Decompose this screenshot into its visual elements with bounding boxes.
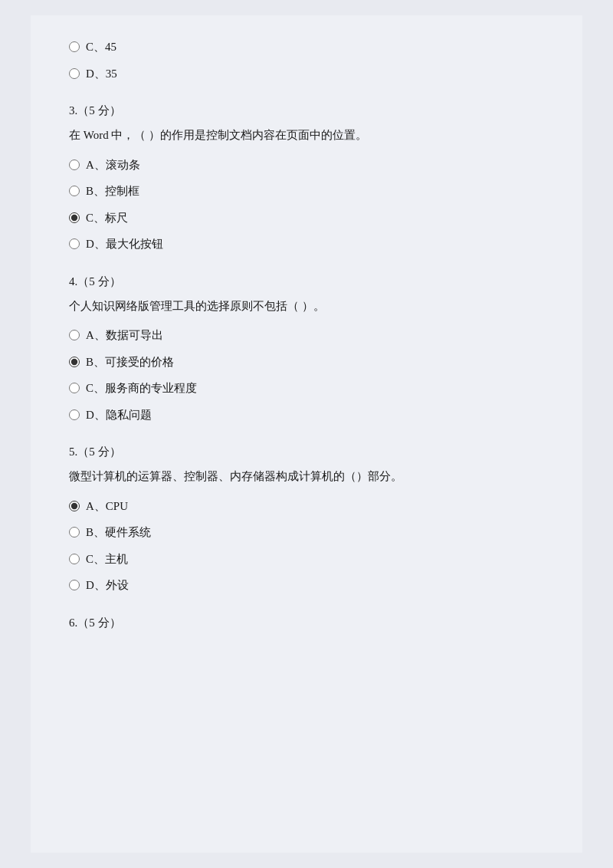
option-label: A、滚动条 xyxy=(86,156,140,174)
option-radio-q5d[interactable] xyxy=(69,580,80,590)
question-text: 个人知识网络版管理工具的选择原则不包括（ ）。 xyxy=(69,297,544,317)
question-text: 微型计算机的运算器、控制器、内存储器构成计算机的（）部分。 xyxy=(69,467,544,487)
option-radio-q3a[interactable] xyxy=(69,159,80,170)
option-label: A、CPU xyxy=(86,498,128,515)
option-radio-q3d[interactable] xyxy=(69,238,80,249)
list-item: C、标尺 xyxy=(69,209,544,227)
list-item: A、CPU xyxy=(69,498,544,515)
list-item: B、硬件系统 xyxy=(69,524,544,541)
option-radio-q4a[interactable] xyxy=(69,330,80,340)
question-number: 6.（5 分） xyxy=(69,616,544,630)
question-block-4: 4.（5 分） 个人知识网络版管理工具的选择原则不包括（ ）。 A、数据可导出 … xyxy=(69,275,544,424)
option-label: D、隐私问题 xyxy=(86,406,152,424)
question-block-3: 3.（5 分） 在 Word 中，（ ）的作用是控制文档内容在页面中的位置。 A… xyxy=(69,104,544,253)
option-radio-d35[interactable] xyxy=(69,68,80,79)
option-label: D、35 xyxy=(86,65,117,83)
option-label: B、硬件系统 xyxy=(86,524,151,541)
option-label: B、可接受的价格 xyxy=(86,353,174,371)
question-number: 3.（5 分） xyxy=(69,104,544,118)
option-radio-c45[interactable] xyxy=(69,41,80,52)
option-label: C、主机 xyxy=(86,551,128,568)
list-item: A、滚动条 xyxy=(69,156,544,174)
option-radio-q3b[interactable] xyxy=(69,186,80,196)
option-radio-q4c[interactable] xyxy=(69,383,80,393)
question-block-6: 6.（5 分） xyxy=(69,616,544,630)
question-text: 在 Word 中，（ ）的作用是控制文档内容在页面中的位置。 xyxy=(69,126,544,146)
option-label: D、外设 xyxy=(86,577,129,594)
list-item: C、主机 xyxy=(69,551,544,568)
question-block-5: 5.（5 分） 微型计算机的运算器、控制器、内存储器构成计算机的（）部分。 A、… xyxy=(69,445,544,594)
list-item: D、最大化按钮 xyxy=(69,235,544,253)
option-radio-q4b[interactable] xyxy=(69,357,80,367)
question-number: 4.（5 分） xyxy=(69,275,544,289)
list-item: C、45 xyxy=(69,38,544,56)
option-radio-q4d[interactable] xyxy=(69,409,80,420)
option-label: C、标尺 xyxy=(86,209,128,227)
option-label: C、45 xyxy=(86,38,116,56)
question-block-partial: C、45 D、35 xyxy=(69,38,544,82)
option-label: B、控制框 xyxy=(86,182,139,200)
option-radio-q5c[interactable] xyxy=(69,554,80,564)
list-item: D、隐私问题 xyxy=(69,406,544,424)
option-radio-q5a[interactable] xyxy=(69,501,80,511)
option-radio-q3c[interactable] xyxy=(69,212,80,223)
page-container: C、45 D、35 3.（5 分） 在 Word 中，（ ）的作用是控制文档内容… xyxy=(31,15,582,853)
list-item: A、数据可导出 xyxy=(69,327,544,344)
option-label: D、最大化按钮 xyxy=(86,235,163,253)
list-item: B、可接受的价格 xyxy=(69,353,544,371)
list-item: D、外设 xyxy=(69,577,544,594)
list-item: B、控制框 xyxy=(69,182,544,200)
question-number: 5.（5 分） xyxy=(69,445,544,459)
list-item: C、服务商的专业程度 xyxy=(69,380,544,397)
list-item: D、35 xyxy=(69,65,544,83)
option-label: A、数据可导出 xyxy=(86,327,163,344)
option-label: C、服务商的专业程度 xyxy=(86,380,197,397)
option-radio-q5b[interactable] xyxy=(69,527,80,538)
